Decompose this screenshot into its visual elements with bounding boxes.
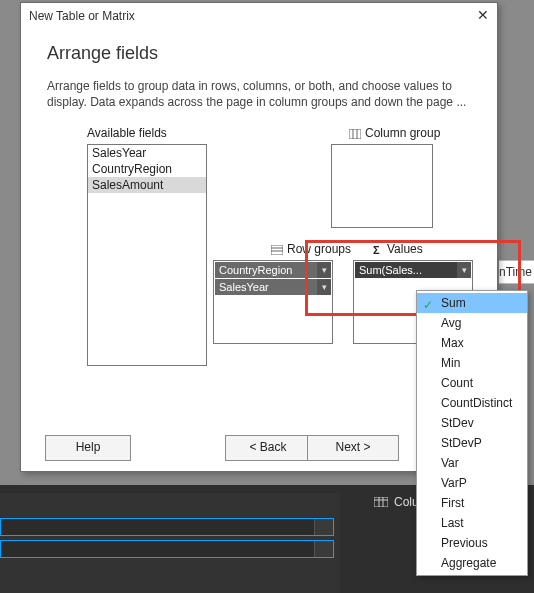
menu-item-label: Avg <box>441 316 461 330</box>
aggregate-menu[interactable]: ✓ Sum Avg Max Min Count CountDistinct St… <box>416 290 528 576</box>
aggregate-menu-item[interactable]: CountDistinct <box>417 393 527 413</box>
dialog-titlebar: New Table or Matrix ✕ <box>21 3 497 29</box>
aggregate-menu-item[interactable]: Var <box>417 453 527 473</box>
column-groups-text: Column group <box>365 126 440 140</box>
chevron-down-icon[interactable]: ▾ <box>457 262 471 278</box>
available-field-item[interactable]: SalesYear <box>88 145 206 161</box>
menu-item-label: Previous <box>441 536 488 550</box>
menu-item-label: Count <box>441 376 473 390</box>
table-icon <box>374 497 388 507</box>
table-icon <box>349 129 361 139</box>
svg-rect-4 <box>349 129 361 139</box>
aggregate-menu-item[interactable]: Count <box>417 373 527 393</box>
menu-item-label: StDevP <box>441 436 482 450</box>
svg-rect-7 <box>271 245 283 255</box>
chevron-down-icon[interactable]: ▾ <box>317 279 331 295</box>
available-field-item[interactable]: SalesAmount <box>88 177 206 193</box>
aggregate-menu-item[interactable]: Avg <box>417 313 527 333</box>
check-icon: ✓ <box>423 295 433 315</box>
menu-item-label: Aggregate <box>441 556 496 570</box>
page-heading: Arrange fields <box>47 43 497 64</box>
table-icon <box>271 245 283 255</box>
available-fields-label: Available fields <box>87 126 167 140</box>
chip-label: Sum(Sales... <box>359 264 422 276</box>
row-groups-label: Row groups <box>271 242 351 256</box>
aggregate-menu-item[interactable]: ✓ Sum <box>417 293 527 313</box>
row-group-chip[interactable]: SalesYear ▾ <box>215 279 331 295</box>
bg-field-row[interactable] <box>0 540 334 558</box>
aggregate-menu-item[interactable]: VarP <box>417 473 527 493</box>
aggregate-menu-item[interactable]: Aggregate <box>417 553 527 573</box>
chevron-down-icon[interactable]: ▾ <box>317 262 331 278</box>
value-chip[interactable]: Sum(Sales... ▾ <box>355 262 471 278</box>
aggregate-menu-item[interactable]: StDevP <box>417 433 527 453</box>
aggregate-menu-item[interactable]: Previous <box>417 533 527 553</box>
svg-rect-0 <box>374 497 388 507</box>
menu-item-label: VarP <box>441 476 467 490</box>
help-button[interactable]: Help <box>45 435 131 461</box>
aggregate-menu-item[interactable]: Max <box>417 333 527 353</box>
menu-item-label: Var <box>441 456 459 470</box>
values-label: Σ Values <box>373 242 423 256</box>
menu-item-label: CountDistinct <box>441 396 512 410</box>
values-text: Values <box>387 242 423 256</box>
page-description: Arrange fields to group data in rows, co… <box>47 78 471 110</box>
close-icon: ✕ <box>477 7 489 23</box>
row-group-chip[interactable]: CountryRegion ▾ <box>215 262 331 278</box>
sigma-icon: Σ <box>373 244 380 256</box>
menu-item-label: First <box>441 496 464 510</box>
aggregate-menu-item[interactable]: Min <box>417 353 527 373</box>
clipped-panel-text: nTime <box>499 260 534 284</box>
menu-item-label: Last <box>441 516 464 530</box>
menu-item-label: Max <box>441 336 464 350</box>
available-field-item[interactable]: CountryRegion <box>88 161 206 177</box>
chip-label: CountryRegion <box>219 264 292 276</box>
next-button[interactable]: Next > <box>307 435 399 461</box>
aggregate-menu-item[interactable]: First <box>417 493 527 513</box>
column-groups-label: Column group <box>349 126 440 140</box>
available-fields-list[interactable]: SalesYear CountryRegion SalesAmount <box>87 144 207 366</box>
menu-item-label: Min <box>441 356 460 370</box>
menu-item-label: StDev <box>441 416 474 430</box>
row-groups-text: Row groups <box>287 242 351 256</box>
dialog-title: New Table or Matrix <box>29 9 135 23</box>
back-button[interactable]: < Back <box>225 435 311 461</box>
close-button[interactable]: ✕ <box>473 6 493 24</box>
aggregate-menu-item[interactable]: StDev <box>417 413 527 433</box>
menu-item-label: Sum <box>441 296 466 310</box>
chip-label: SalesYear <box>219 281 269 293</box>
bg-field-row[interactable] <box>0 518 334 536</box>
column-groups-dropzone[interactable] <box>331 144 433 228</box>
row-groups-dropzone[interactable]: CountryRegion ▾ SalesYear ▾ <box>213 260 333 344</box>
aggregate-menu-item[interactable]: Last <box>417 513 527 533</box>
